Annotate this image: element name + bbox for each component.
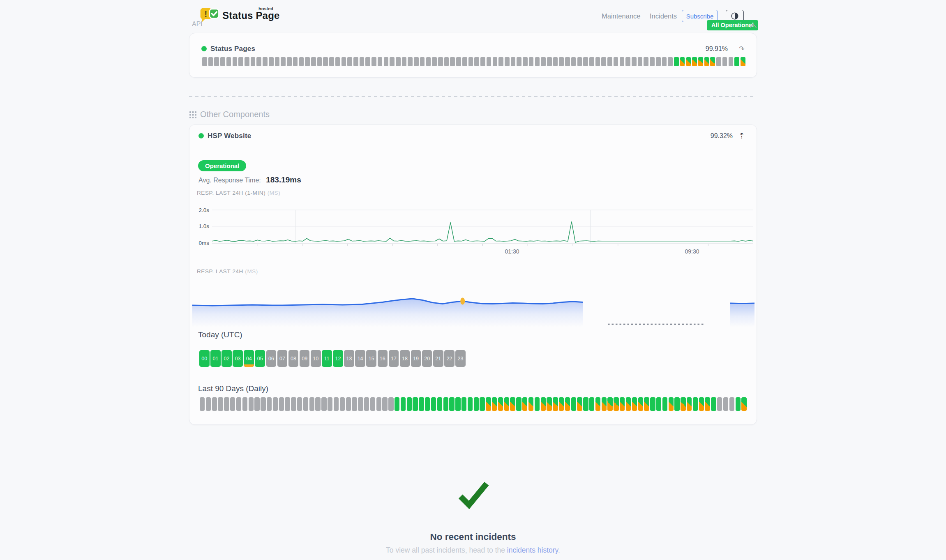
uptime-bar[interactable] (589, 397, 594, 411)
uptime-bar[interactable] (625, 57, 630, 66)
uptime-bar[interactable] (693, 397, 698, 411)
uptime-bar[interactable] (595, 57, 600, 66)
uptime-bar[interactable] (504, 397, 509, 411)
uptime-bar[interactable] (370, 397, 375, 411)
uptime-bar[interactable] (341, 57, 346, 66)
uptime-bar[interactable] (236, 397, 241, 411)
uptime-bar[interactable] (577, 397, 582, 411)
uptime-bar[interactable] (401, 397, 406, 411)
uptime-bar[interactable] (279, 397, 284, 411)
uptime-bar[interactable] (407, 397, 412, 411)
uptime-bar[interactable] (517, 57, 521, 66)
uptime-bar[interactable] (602, 397, 607, 411)
uptime-bar[interactable] (402, 57, 407, 66)
uptime-bar[interactable] (528, 397, 533, 411)
uptime-bar[interactable] (425, 397, 430, 411)
uptime-bar[interactable] (365, 57, 370, 66)
uptime-bar[interactable] (273, 397, 278, 411)
uptime-bar[interactable] (456, 57, 461, 66)
uptime-bar[interactable] (437, 397, 442, 411)
uptime-bar[interactable] (206, 397, 211, 411)
uptime-bar[interactable] (395, 397, 399, 411)
uptime-bar[interactable] (704, 57, 709, 66)
hour-block-04[interactable]: 04 (244, 350, 254, 367)
uptime-bar[interactable] (291, 397, 296, 411)
uptime-bar[interactable] (705, 397, 710, 411)
uptime-bar[interactable] (662, 57, 667, 66)
collapse-chevron[interactable] (750, 23, 757, 30)
uptime-bar[interactable] (620, 397, 625, 411)
uptime-bar[interactable] (736, 397, 741, 411)
hour-block-18[interactable]: 18 (400, 350, 410, 367)
uptime-bar[interactable] (202, 57, 207, 66)
uptime-bar[interactable] (426, 57, 431, 66)
uptime-bar[interactable] (214, 57, 219, 66)
hour-block-15[interactable]: 15 (366, 350, 376, 367)
uptime-bar[interactable] (438, 57, 443, 66)
uptime-bar[interactable] (510, 397, 515, 411)
uptime-bar[interactable] (656, 397, 661, 411)
uptime-bar[interactable] (741, 57, 745, 66)
uptime-bar[interactable] (607, 57, 612, 66)
uptime-bar[interactable] (352, 397, 357, 411)
uptime-bar[interactable] (669, 397, 674, 411)
uptime-bar[interactable] (376, 397, 381, 411)
uptime-bar[interactable] (698, 57, 703, 66)
uptime-bar[interactable] (269, 57, 274, 66)
uptime-bar[interactable] (347, 57, 352, 66)
uptime-bar[interactable] (559, 397, 564, 411)
uptime-bar[interactable] (711, 397, 716, 411)
uptime-bar[interactable] (358, 397, 363, 411)
uptime-bar[interactable] (443, 397, 448, 411)
hour-block-16[interactable]: 16 (378, 350, 388, 367)
uptime-bar[interactable] (729, 397, 734, 411)
uptime-bar[interactable] (321, 397, 326, 411)
uptime-bar[interactable] (626, 397, 631, 411)
uptime-bar[interactable] (522, 397, 527, 411)
uptime-bar[interactable] (674, 57, 679, 66)
uptime-bar[interactable] (299, 57, 304, 66)
uptime-bar[interactable] (431, 397, 436, 411)
uptime-bar[interactable] (420, 57, 425, 66)
response-time-line-chart[interactable] (212, 208, 753, 249)
uptime-bar[interactable] (541, 397, 546, 411)
uptime-bar[interactable] (468, 57, 473, 66)
uptime-bar[interactable] (371, 57, 376, 66)
hour-block-12[interactable]: 12 (333, 350, 343, 367)
uptime-bar[interactable] (662, 397, 667, 411)
uptime-bar[interactable] (498, 397, 503, 411)
uptime-bar[interactable] (632, 397, 637, 411)
uptime-bar[interactable] (571, 397, 576, 411)
uptime-bar[interactable] (644, 397, 649, 411)
uptime-bar[interactable] (317, 57, 322, 66)
uptime-bar[interactable] (390, 57, 395, 66)
uptime-bar[interactable] (668, 57, 673, 66)
hour-block-10[interactable]: 10 (311, 350, 321, 367)
uptime-bar[interactable] (461, 397, 466, 411)
uptime-bar[interactable] (498, 57, 503, 66)
uptime-bar[interactable] (285, 397, 290, 411)
uptime-bar[interactable] (315, 397, 320, 411)
uptime-bar[interactable] (249, 397, 254, 411)
uptime-bar[interactable] (741, 397, 746, 411)
hour-block-09[interactable]: 09 (300, 350, 310, 367)
uptime-bar[interactable] (378, 57, 383, 66)
trend-up-arrow-icon[interactable]: ⇡ (738, 131, 745, 141)
uptime-bar[interactable] (595, 397, 600, 411)
uptime-bar[interactable] (541, 57, 546, 66)
uptime-bar[interactable] (230, 397, 235, 411)
uptime-bar[interactable] (293, 57, 298, 66)
uptime-bar[interactable] (601, 57, 606, 66)
hour-block-00[interactable]: 00 (199, 350, 210, 367)
uptime-bar[interactable] (729, 57, 734, 66)
uptime-bar[interactable] (226, 57, 231, 66)
uptime-bar[interactable] (224, 397, 229, 411)
uptime-bar[interactable] (559, 57, 564, 66)
uptime-bar[interactable] (360, 57, 365, 66)
response-time-area-chart[interactable] (192, 288, 754, 327)
uptime-bar[interactable] (254, 397, 259, 411)
uptime-bar[interactable] (346, 397, 351, 411)
uptime-bar[interactable] (480, 397, 485, 411)
uptime-bar[interactable] (492, 397, 497, 411)
uptime-bar[interactable] (449, 397, 454, 411)
